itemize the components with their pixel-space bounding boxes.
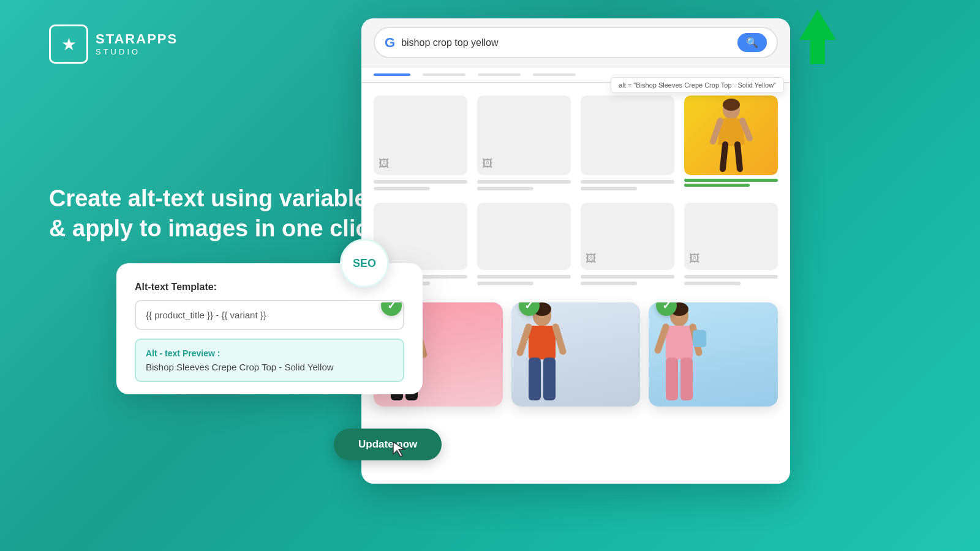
svg-rect-12 xyxy=(543,358,556,400)
template-input[interactable] xyxy=(135,300,404,330)
image-icon-8: 🖼 xyxy=(689,252,700,265)
line-3 xyxy=(477,180,571,184)
tab-videos[interactable] xyxy=(478,73,521,76)
update-now-button[interactable]: Update now xyxy=(334,429,442,460)
fashion-img-orange xyxy=(511,302,641,407)
logo-icon: ★ xyxy=(49,24,88,64)
line-1 xyxy=(374,180,467,184)
green-line-1 xyxy=(684,179,778,182)
fashion-cards-row: ✓ ✓ xyxy=(361,291,790,407)
line-4 xyxy=(477,187,533,190)
yellow-top-person xyxy=(707,99,756,172)
browser-mockup: G bishop crop top yellow 🔍 🖼 🖼 xyxy=(361,18,790,484)
search-button[interactable]: 🔍 xyxy=(737,33,767,52)
person-pink-svg xyxy=(649,302,710,403)
fashion-img-pink xyxy=(649,302,778,407)
fashion-card-pink: ✓ xyxy=(649,302,778,407)
preview-box: Alt - text Preview : Bishop Sleeves Crep… xyxy=(135,339,404,382)
line-5 xyxy=(581,180,674,184)
svg-rect-10 xyxy=(529,326,556,359)
svg-rect-17 xyxy=(680,358,693,400)
second-grid-row: 🖼 🖼 xyxy=(361,203,790,285)
line-2 xyxy=(374,187,430,190)
svg-rect-15 xyxy=(666,326,693,359)
search-query: bishop crop top yellow xyxy=(401,37,731,48)
logo: ★ STARAPPS STUDIO xyxy=(49,24,178,64)
grid-cell-3 xyxy=(581,96,674,190)
logo-text: STARAPPS STUDIO xyxy=(96,31,178,57)
person-orange-svg xyxy=(511,302,573,403)
preview-label: Alt - text Preview : xyxy=(146,348,393,358)
browser-bar: G bishop crop top yellow 🔍 xyxy=(361,18,790,67)
search-bar[interactable]: G bishop crop top yellow 🔍 xyxy=(374,27,778,58)
grid-cell-7: 🖼 xyxy=(581,203,674,285)
arrow-up xyxy=(796,9,839,67)
svg-point-1 xyxy=(723,99,740,111)
svg-marker-19 xyxy=(799,9,836,64)
line-6 xyxy=(581,187,637,190)
image-icon-1: 🖼 xyxy=(379,157,390,170)
google-logo: G xyxy=(385,35,395,51)
preview-text: Bishop Sleeves Crepe Crop Top - Solid Ye… xyxy=(146,362,393,372)
alt-tooltip: alt = "Bishop Sleeves Crepe Crop Top - S… xyxy=(611,77,784,93)
image-icon-7: 🖼 xyxy=(586,252,597,265)
green-lines xyxy=(684,179,778,187)
grid-cell-1: 🖼 xyxy=(374,96,467,190)
grid-cell-6 xyxy=(477,203,571,285)
grid-cell-8: 🖼 xyxy=(684,203,778,285)
tab-all[interactable] xyxy=(374,73,410,76)
image-icon-2: 🖼 xyxy=(482,157,493,170)
fashion-card-orange: ✓ xyxy=(511,302,641,407)
image-grid: 🖼 🖼 xyxy=(361,83,790,203)
green-line-2 xyxy=(684,184,750,187)
svg-rect-16 xyxy=(666,358,678,400)
seo-badge: SEO xyxy=(340,239,389,288)
grid-cell-highlighted: alt = "Bishop Sleeves Crepe Crop Top - S… xyxy=(684,96,778,190)
svg-rect-11 xyxy=(529,358,541,400)
grid-cell-2: 🖼 xyxy=(477,96,571,190)
tab-images[interactable] xyxy=(423,73,466,76)
headline: Create alt-text using variables & apply … xyxy=(49,184,392,244)
tab-news[interactable] xyxy=(533,73,576,76)
svg-rect-18 xyxy=(693,330,706,347)
